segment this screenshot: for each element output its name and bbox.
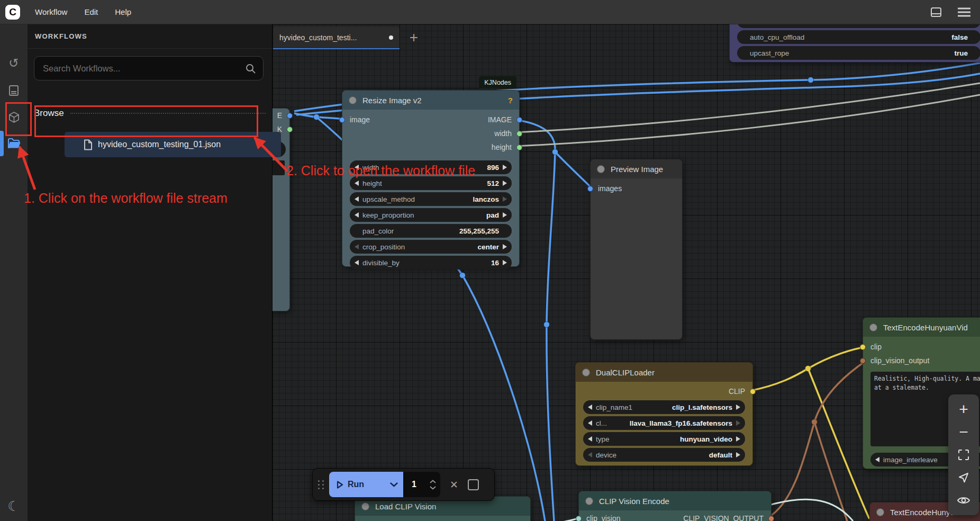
arrow-left-icon[interactable] [355,244,359,249]
zoom-in-button[interactable]: + [952,398,975,420]
search-box[interactable] [34,56,264,80]
node-title: DualCLIPLoader [596,368,655,377]
node-header[interactable]: Resize Image v2? [342,91,519,110]
annotation-box-folder-icon [5,102,32,136]
tab-workflow[interactable]: hyvideo_custom_testi... [273,26,400,49]
node-dualcliploader[interactable]: DualCLIPLoaderCLIPclip_name1clip_l.safet… [575,362,753,466]
arrow-left-icon[interactable] [588,452,592,457]
arrow-left-icon[interactable] [355,196,359,202]
panel-bottom-icon[interactable] [930,6,942,18]
menu-help[interactable]: Help [115,7,131,16]
arrow-left-icon[interactable] [355,181,359,186]
widget-clip-name1[interactable]: clip_name1clip_l.safetensors [583,400,745,414]
history-icon[interactable]: ↺ [0,52,28,74]
widget-pad-color[interactable]: pad_color255,255,255 [350,224,512,238]
collapse-dot-icon[interactable] [361,502,369,510]
widget-cl-[interactable]: cl...llava_llama3_fp16.safetensors [583,416,745,430]
arrow-right-icon[interactable] [503,212,507,218]
collapse-dot-icon[interactable] [582,369,590,376]
collapse-dot-icon[interactable] [349,96,357,104]
input-slot[interactable] [339,117,345,123]
hamburger-menu-icon[interactable] [958,7,970,17]
drag-handle-icon[interactable] [318,480,324,489]
output-slot[interactable] [516,131,522,137]
widget-label: pad_color [362,227,394,235]
node-clip-vision-encode[interactable]: CLIP Vision Encodeclip_visionCLIP_VISION… [578,491,772,521]
arrow-right-icon[interactable] [736,452,740,457]
cancel-run-button[interactable]: ✕ [450,479,458,491]
arrow-right-icon[interactable] [503,181,507,186]
output-slot[interactable] [750,389,756,394]
select-pointer-button[interactable] [952,466,975,489]
slot-label: CLIP_VISION_OUTPUT [683,514,764,521]
run-button[interactable]: Run [329,472,403,497]
input-slot[interactable] [576,516,582,521]
chevron-up-icon[interactable] [430,480,436,483]
new-tab-button[interactable]: + [405,29,423,47]
arrow-right-icon[interactable] [503,165,507,170]
chevron-down-icon[interactable] [390,482,398,487]
collapse-dot-icon[interactable] [597,165,605,173]
arrow-left-icon[interactable] [588,436,592,442]
widget-type[interactable]: typehunyuan_video [583,432,745,446]
widget-upcast-rope[interactable]: upcast_ropetrue [737,46,980,60]
widget-upscale-method[interactable]: upscale_methodlanczos [350,192,512,206]
arrow-left-icon[interactable] [875,457,879,462]
count-stepper[interactable] [430,480,436,490]
node-preview-image[interactable]: Preview Imageimages [590,159,683,340]
output-slot[interactable] [287,127,293,132]
arrow-right-icon[interactable] [736,420,740,426]
node-resize-image-v2[interactable]: KJNodesResize Image v2?imageIMAGEwidthhe… [342,90,520,267]
search-icon[interactable] [246,64,256,74]
fit-view-button[interactable] [952,443,975,466]
node-header[interactable]: Preview Image [591,159,682,178]
input-slot[interactable] [587,186,593,192]
workflows-folder-icon[interactable] [0,133,28,154]
node-header[interactable]: CLIP Vision Encode [579,491,771,510]
widget-keep-proportion[interactable]: keep_proportionpad [350,208,512,222]
menu-edit[interactable]: Edit [84,7,98,16]
widget-value: false [951,33,968,41]
widget-label: image_interleave [883,456,938,464]
widget-auto-cpu-offload[interactable]: auto_cpu_offloadfalse [737,30,980,44]
comfyui-logo[interactable]: C [5,5,20,20]
collapse-dot-icon[interactable] [869,324,877,331]
zoom-out-button[interactable]: − [952,420,975,443]
queue-library-icon[interactable] [0,80,28,101]
node-header[interactable]: DualCLIPLoader [576,363,752,382]
widget-crop-position[interactable]: crop_positioncenter [350,240,512,254]
menu-workflow[interactable]: Workflow [35,7,67,16]
toggle-visibility-button[interactable] [952,489,975,511]
run-count-input[interactable]: 1 [403,472,440,497]
arrow-left-icon[interactable] [588,405,592,410]
slot-label: image [350,115,370,124]
arrow-left-icon[interactable] [355,212,359,218]
widget-divisible-by[interactable]: divisible_by16 [350,256,512,270]
slot-label: clip_vision [586,514,621,521]
help-icon[interactable]: ? [508,96,513,105]
arrow-right-icon[interactable] [503,244,507,249]
output-slot[interactable] [768,516,774,521]
input-slot[interactable] [860,344,866,350]
collapse-dot-icon[interactable] [876,508,884,516]
menubar: C Workflow Edit Help [0,0,980,24]
collapse-dot-icon[interactable] [585,497,593,505]
search-input[interactable] [34,63,246,74]
widget-device[interactable]: devicedefault [583,448,745,462]
output-slot[interactable] [516,145,522,150]
stop-button[interactable] [468,479,479,490]
output-slot[interactable] [287,113,293,119]
widget-label: upscale_method [362,195,415,203]
chevron-down-icon[interactable] [430,486,436,490]
arrow-right-icon[interactable] [503,260,507,265]
output-slot[interactable] [516,117,522,123]
theme-moon-icon[interactable]: ☾ [0,496,28,517]
widget-value: hunyuan_video [680,435,732,443]
arrow-left-icon[interactable] [355,260,359,265]
arrow-right-icon[interactable] [736,436,740,442]
node-header[interactable]: TextEncodeHunyuanVid [863,318,980,337]
input-slot[interactable] [860,358,866,364]
arrow-right-icon[interactable] [503,196,507,202]
arrow-right-icon[interactable] [736,405,740,410]
arrow-left-icon[interactable] [588,420,592,426]
